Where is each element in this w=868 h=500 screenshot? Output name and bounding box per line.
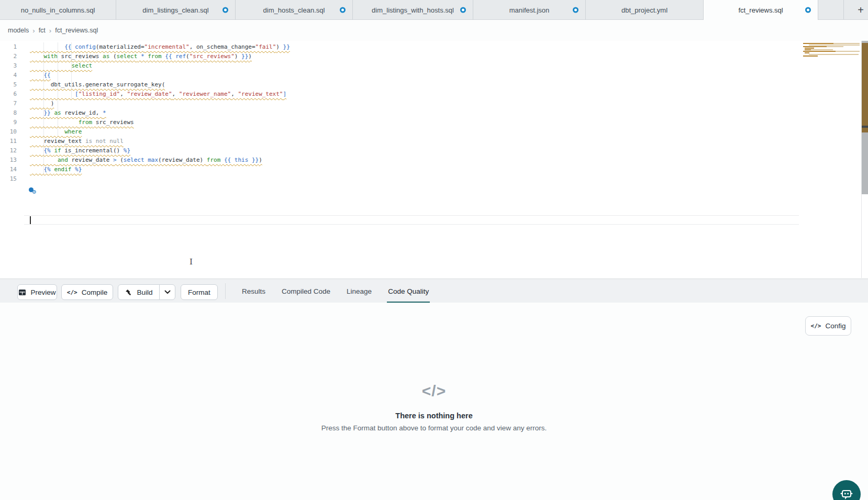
panel-tab-results[interactable]: Results (241, 279, 266, 303)
minimap-line (805, 49, 811, 50)
code-line-3[interactable]: 3 select (0, 61, 861, 71)
code-line-14[interactable]: 14 {% endif %} (0, 165, 861, 174)
code-text: review_text is not null (24, 137, 124, 146)
robot-chat-icon (839, 486, 854, 500)
file-tab-bar: no_nulls_in_columns.sqldim_listings_clea… (0, 0, 868, 20)
breadcrumb: models › fct › fct_reviews.sql (8, 20, 98, 41)
code-line-8[interactable]: 8 }} as review_id, * (0, 108, 861, 118)
code-text: select (24, 61, 92, 71)
code-action-lightbulb-icon[interactable]: ⚙ (29, 187, 37, 196)
panel-tab-code-quality[interactable]: Code Quality (387, 279, 430, 303)
empty-state-code-icon: </> (0, 382, 868, 400)
minimap-line (803, 43, 833, 44)
current-line-highlight (24, 215, 799, 225)
code-line-10[interactable]: 10 where (0, 127, 861, 137)
code-line-6[interactable]: 6 ["listing_id", "review_date", "reviewe… (0, 90, 861, 99)
code-line-5[interactable]: 5 dbt_utils.generate_surrogate_key( (0, 80, 861, 90)
code-line-9[interactable]: 9 from src_reviews (0, 118, 861, 127)
code-text: {{ (24, 71, 51, 80)
build-dropdown-button[interactable] (160, 285, 175, 299)
panel-tab-compiled-code[interactable]: Compiled Code (281, 279, 331, 303)
new-tab-button[interactable]: + (854, 3, 867, 17)
line-number: 6 (0, 90, 24, 99)
hammer-icon (125, 288, 132, 296)
bottom-toolbar: Preview </> Compile Build Format Results… (0, 279, 868, 304)
empty-state-title: There is nothing here (0, 412, 868, 420)
code-line-2[interactable]: 2 with src_reviews as (select * from {{ … (0, 52, 861, 61)
line-number: 4 (0, 71, 24, 80)
file-tab-dim_listings_with_hosts.sql[interactable]: dim_listings_with_hosts.sql (353, 0, 473, 20)
dbt-cloud-ide: { "tab_bar": { "tabs": [ {"label": "no_n… (0, 0, 868, 500)
line-number: 7 (0, 99, 24, 108)
line-number: 9 (0, 118, 24, 127)
build-button[interactable]: Build (118, 285, 160, 299)
code-text (24, 174, 30, 184)
breadcrumb-item-file: fct_reviews.sql (55, 27, 98, 34)
file-tab-fct_reviews.sql[interactable]: fct_reviews.sql (704, 0, 818, 20)
file-tab-strip: no_nulls_in_columns.sqldim_listings_clea… (0, 0, 818, 19)
file-tab-dim_hosts_clean.sql[interactable]: dim_hosts_clean.sql (236, 0, 353, 20)
compile-button-label: Compile (82, 288, 108, 296)
code-text: from src_reviews (24, 118, 134, 127)
format-button-label: Format (188, 288, 210, 296)
minimap-line (803, 51, 836, 52)
line-number: 15 (0, 174, 24, 184)
line-number: 10 (0, 127, 24, 137)
preview-button[interactable]: Preview (17, 284, 57, 300)
chevron-down-icon (164, 290, 171, 294)
code-line-7[interactable]: 7 ) (0, 99, 861, 108)
panel-tab-list: ResultsCompiled CodeLineageCode Quality (241, 279, 430, 303)
code-line-15[interactable]: 15 (0, 174, 861, 184)
empty-state-subtitle: Press the Format button above to format … (0, 424, 868, 432)
breadcrumb-item-models[interactable]: models (8, 27, 29, 34)
file-tab-manifest.json[interactable]: manifest.json (473, 0, 586, 20)
chevron-right-icon: › (49, 27, 51, 35)
file-tab-label: manifest.json (509, 6, 550, 14)
editor-scrollbar[interactable] (861, 41, 868, 278)
config-button[interactable]: </> Config (805, 316, 851, 336)
line-number: 11 (0, 137, 24, 146)
code-line-4[interactable]: 4 {{ (0, 71, 861, 80)
file-tab-dbt_project.yml[interactable]: dbt_project.yml (586, 0, 704, 20)
code-text: ["listing_id", "review_date", "reviewer_… (24, 90, 286, 99)
code-text: dbt_utils.generate_surrogate_key( (24, 80, 165, 90)
code-line-12[interactable]: 12 {% if is_incremental() %} (0, 146, 861, 155)
minimap-line (833, 43, 860, 44)
file-tab-no_nulls_in_columns.sql[interactable]: no_nulls_in_columns.sql (0, 0, 116, 20)
build-button-label: Build (137, 288, 152, 296)
file-tab-label: fct_reviews.sql (738, 6, 783, 14)
code-text: and review_date > (select max(review_dat… (24, 155, 262, 165)
code-line-13[interactable]: 13 and review_date > (select max(review_… (0, 155, 861, 165)
code-text: {% if is_incremental() %} (24, 146, 130, 155)
panel-tab-lineage[interactable]: Lineage (346, 279, 373, 303)
file-tab-dim_listings_clean.sql[interactable]: dim_listings_clean.sql (116, 0, 236, 20)
modified-dot-icon (222, 7, 228, 13)
breadcrumb-bar: models › fct › fct_reviews.sql Save (0, 20, 868, 41)
modified-dot-icon (573, 7, 578, 13)
breadcrumb-item-fct[interactable]: fct (39, 27, 46, 34)
config-button-label: Config (825, 322, 845, 330)
minimap-line (811, 49, 833, 50)
tab-bar-divider (843, 0, 844, 19)
minimap-line (803, 46, 827, 47)
format-button[interactable]: Format (181, 284, 218, 300)
compile-button[interactable]: </> Compile (61, 284, 113, 300)
scrollbar-thumb[interactable] (862, 132, 868, 194)
code-text: ) (24, 99, 54, 108)
minimap-line (805, 48, 814, 49)
minimap-line (827, 46, 843, 47)
code-line-11[interactable]: 11 review_text is not null (0, 137, 861, 146)
text-cursor (30, 216, 31, 224)
minimap-line (836, 51, 860, 52)
chevron-right-icon: › (32, 27, 35, 35)
file-tab-label: no_nulls_in_columns.sql (21, 6, 95, 14)
toolbar-divider (225, 283, 226, 299)
file-tab-label: dim_listings_with_hosts.sql (372, 6, 454, 14)
minimap-line (809, 45, 860, 46)
mouse-cursor-ibeam: I (190, 258, 193, 266)
code-editor[interactable]: 1 {{ config(materialized="incremental", … (0, 41, 861, 278)
code-line-1[interactable]: 1 {{ config(materialized="incremental", … (0, 42, 861, 52)
line-number: 1 (0, 42, 24, 52)
line-number: 2 (0, 52, 24, 61)
file-tab-label: dim_hosts_clean.sql (263, 6, 325, 14)
